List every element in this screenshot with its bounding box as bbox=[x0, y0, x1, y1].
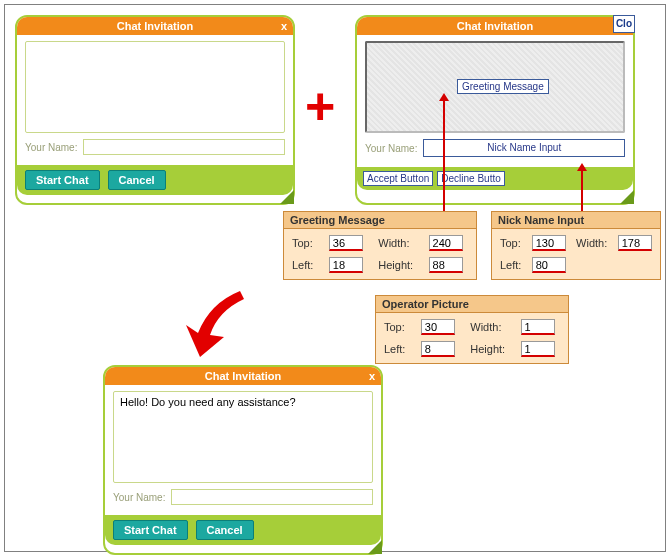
title-bar: Chat Invitation x bbox=[17, 17, 293, 35]
button-row: Start Chat Cancel bbox=[17, 165, 293, 195]
name-label: Your Name: bbox=[365, 143, 417, 154]
top-label: Top: bbox=[292, 237, 319, 249]
button-row: Accept Button Decline Butto bbox=[357, 167, 633, 190]
panel-greeting-message: Greeting Message Top: Width: Left: Heigh… bbox=[283, 211, 477, 280]
decline-button-placeholder: Decline Butto bbox=[437, 171, 504, 186]
close-icon[interactable]: x bbox=[369, 369, 375, 383]
panel-title: Operator Picture bbox=[376, 296, 568, 313]
greeting-message-area: Greeting Message bbox=[365, 41, 625, 133]
top-label: Top: bbox=[500, 237, 522, 249]
height-label: Height: bbox=[470, 343, 510, 355]
big-arrow-icon bbox=[180, 283, 260, 363]
close-button[interactable]: Clo bbox=[613, 15, 635, 33]
corner-fold-icon bbox=[368, 540, 382, 554]
width-input[interactable] bbox=[521, 319, 555, 335]
diagram-stage: Chat Invitation x Your Name: Start Chat … bbox=[4, 4, 666, 552]
top-input[interactable] bbox=[421, 319, 455, 335]
left-label: Left: bbox=[292, 259, 319, 271]
chat-window-template: Chat Invitation x Your Name: Start Chat … bbox=[15, 15, 295, 205]
greeting-message-area: Hello! Do you need any assistance? bbox=[113, 391, 373, 483]
close-icon[interactable]: x bbox=[281, 19, 287, 33]
chat-window-design: Chat Invitation Clo Greeting Message You… bbox=[355, 15, 635, 205]
width-label: Width: bbox=[470, 321, 510, 333]
title-bar: Chat Invitation x bbox=[105, 367, 381, 385]
left-input[interactable] bbox=[532, 257, 566, 273]
width-input[interactable] bbox=[429, 235, 463, 251]
nickname-placeholder: Nick Name Input bbox=[423, 139, 625, 157]
panel-title: Nick Name Input bbox=[492, 212, 660, 229]
panel-operator-picture: Operator Picture Top: Width: Left: Heigh… bbox=[375, 295, 569, 364]
name-label: Your Name: bbox=[25, 142, 77, 153]
left-label: Left: bbox=[500, 259, 522, 271]
height-input[interactable] bbox=[521, 341, 555, 357]
width-label: Width: bbox=[576, 237, 608, 249]
cancel-button[interactable]: Cancel bbox=[196, 520, 254, 540]
greeting-text: Hello! Do you need any assistance? bbox=[120, 396, 296, 408]
height-label: Height: bbox=[378, 259, 418, 271]
left-label: Left: bbox=[384, 343, 411, 355]
corner-fold-icon bbox=[620, 190, 634, 204]
height-input[interactable] bbox=[429, 257, 463, 273]
start-chat-button[interactable]: Start Chat bbox=[113, 520, 188, 540]
nickname-input[interactable] bbox=[171, 489, 373, 505]
chat-window-result: Chat Invitation x Hello! Do you need any… bbox=[103, 365, 383, 555]
accept-button-placeholder: Accept Button bbox=[363, 171, 433, 186]
plus-icon: + bbox=[305, 80, 335, 132]
panel-title: Greeting Message bbox=[284, 212, 476, 229]
top-input[interactable] bbox=[532, 235, 566, 251]
top-label: Top: bbox=[384, 321, 411, 333]
greeting-message-area bbox=[25, 41, 285, 133]
left-input[interactable] bbox=[329, 257, 363, 273]
greeting-placeholder: Greeting Message bbox=[457, 79, 549, 94]
title-bar: Chat Invitation Clo bbox=[357, 17, 633, 35]
window-title: Chat Invitation bbox=[117, 20, 193, 32]
nickname-input[interactable] bbox=[83, 139, 285, 155]
top-input[interactable] bbox=[329, 235, 363, 251]
start-chat-button[interactable]: Start Chat bbox=[25, 170, 100, 190]
name-label: Your Name: bbox=[113, 492, 165, 503]
button-row: Start Chat Cancel bbox=[105, 515, 381, 545]
panel-nick-name-input: Nick Name Input Top: Width: Left: bbox=[491, 211, 661, 280]
window-title: Chat Invitation bbox=[205, 370, 281, 382]
corner-fold-icon bbox=[280, 190, 294, 204]
left-input[interactable] bbox=[421, 341, 455, 357]
width-label: Width: bbox=[378, 237, 418, 249]
width-input[interactable] bbox=[618, 235, 652, 251]
cancel-button[interactable]: Cancel bbox=[108, 170, 166, 190]
window-title: Chat Invitation bbox=[457, 20, 533, 32]
